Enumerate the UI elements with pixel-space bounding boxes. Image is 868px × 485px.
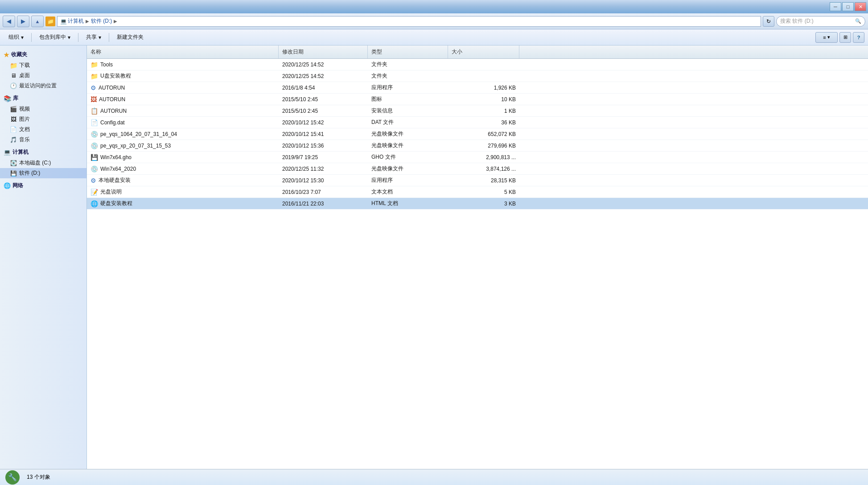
network-header[interactable]: 🌐 网络	[0, 180, 86, 191]
refresh-button[interactable]: ↻	[763, 16, 774, 27]
file-date-cell: 2020/10/12 15:30	[279, 177, 368, 184]
table-row[interactable]: 📄 Config.dat 2020/10/12 15:42 DAT 文件 36 …	[87, 117, 868, 128]
table-row[interactable]: 💾 Win7x64.gho 2019/9/7 19:25 GHO 文件 2,90…	[87, 152, 868, 163]
file-name-cell: 💿 pe_yqs_xp_20_07_31_15_53	[87, 142, 279, 149]
include-button[interactable]: 包含到库中 ▾	[34, 31, 75, 44]
search-box[interactable]: 搜索 软件 (D:) 🔍	[776, 16, 865, 27]
share-button[interactable]: 共享 ▾	[81, 31, 106, 44]
file-name-cell: 💾 Win7x64.gho	[87, 154, 279, 161]
file-date: 2019/9/7 19:25	[282, 154, 318, 160]
organize-button[interactable]: 组织 ▾	[4, 31, 29, 44]
table-row[interactable]: ⚙ 本地硬盘安装 2020/10/12 15:30 应用程序 28,315 KB	[87, 175, 868, 186]
sidebar-item-drive-c[interactable]: 💽 本地磁盘 (C:)	[0, 158, 86, 168]
file-type: GHO 文件	[371, 153, 396, 161]
desktop-icon: 🖥	[10, 72, 17, 79]
file-date-cell: 2015/5/10 2:45	[279, 108, 368, 114]
file-date: 2020/10/12 15:36	[282, 143, 324, 149]
table-row[interactable]: 📁 U盘安装教程 2020/12/25 14:52 文件夹	[87, 70, 868, 82]
up-button[interactable]: ▲	[31, 16, 44, 27]
library-header[interactable]: 📚 库	[0, 93, 86, 104]
col-header-type[interactable]: 类型	[368, 45, 448, 58]
library-icon: 📚	[4, 95, 11, 102]
file-name: 光盘说明	[100, 188, 122, 196]
current-folder-icon: 📁	[45, 16, 55, 26]
file-icon: 📄	[91, 119, 98, 126]
file-name-cell: 💿 Win7x64_2020	[87, 165, 279, 173]
col-header-size[interactable]: 大小	[448, 45, 519, 58]
computer-header[interactable]: 💻 计算机	[0, 147, 86, 158]
file-date: 2016/11/21 22:03	[282, 201, 324, 207]
file-name-cell: 📋 AUTORUN	[87, 107, 279, 115]
table-row[interactable]: ⚙ AUTORUN 2016/1/8 4:54 应用程序 1,926 KB	[87, 82, 868, 94]
table-row[interactable]: 💿 pe_yqs_xp_20_07_31_15_53 2020/10/12 15…	[87, 140, 868, 152]
file-size: 1 KB	[504, 108, 516, 114]
file-type-cell: 应用程序	[368, 84, 448, 91]
new-folder-label: 新建文件夹	[117, 33, 144, 41]
status-bar: 🔧 13 个对象	[0, 469, 868, 485]
file-date: 2020/12/25 14:52	[282, 73, 324, 79]
computer-section: 💻 计算机 💽 本地磁盘 (C:) 💾 软件 (D:)	[0, 147, 86, 178]
table-row[interactable]: 💿 Win7x64_2020 2020/12/25 11:32 光盘映像文件 3…	[87, 163, 868, 175]
file-size-cell: 1,926 KB	[448, 85, 519, 91]
table-row[interactable]: 💿 pe_yqs_1064_20_07_31_16_04 2020/10/12 …	[87, 128, 868, 140]
file-size-cell: 3,874,126 ...	[448, 166, 519, 172]
organize-label: 组织	[8, 33, 19, 41]
sidebar-item-recent[interactable]: 🕐 最近访问的位置	[0, 81, 86, 91]
help-button[interactable]: ?	[853, 32, 864, 43]
up-icon: ▲	[35, 19, 40, 24]
file-icon: 🌐	[91, 200, 98, 207]
favorites-header[interactable]: ★ 收藏夹	[0, 49, 86, 60]
computer-icon: 💻	[4, 149, 11, 156]
maximize-button[interactable]: □	[842, 2, 854, 11]
view-toggle-button[interactable]: ⊞	[839, 32, 851, 43]
col-header-date[interactable]: 修改日期	[279, 45, 368, 58]
address-path[interactable]: 💻 计算机 ▶ 软件 (D:) ▶	[57, 16, 761, 27]
table-row[interactable]: 📝 光盘说明 2016/10/23 7:07 文本文档 5 KB	[87, 186, 868, 198]
drive-c-icon: 💽	[10, 160, 17, 167]
file-size: 36 KB	[501, 119, 516, 126]
file-name: Win7x64_2020	[100, 166, 136, 172]
file-date-cell: 2015/5/10 2:45	[279, 96, 368, 103]
table-row[interactable]: 📁 Tools 2020/12/25 14:52 文件夹	[87, 59, 868, 70]
file-date-cell: 2020/12/25 14:52	[279, 73, 368, 79]
file-type-cell: 光盘映像文件	[368, 130, 448, 138]
sidebar-item-desktop[interactable]: 🖥 桌面	[0, 70, 86, 81]
address-right: ↻ 搜索 软件 (D:) 🔍	[763, 16, 865, 27]
network-section: 🌐 网络	[0, 180, 86, 191]
minimize-button[interactable]: ─	[830, 2, 841, 11]
favorites-section: ★ 收藏夹 📁 下载 🖥 桌面 🕐 最近访问的位置	[0, 49, 86, 91]
forward-button[interactable]: ▶	[17, 16, 29, 27]
file-type-cell: HTML 文档	[368, 200, 448, 207]
organize-arrow: ▾	[21, 34, 24, 41]
network-label: 网络	[12, 182, 23, 189]
sidebar-item-music[interactable]: 🎵 音乐	[0, 135, 86, 145]
sidebar-item-drive-d[interactable]: 💾 软件 (D:)	[0, 168, 86, 178]
new-folder-button[interactable]: 新建文件夹	[112, 31, 148, 44]
file-type: 应用程序	[371, 84, 393, 91]
search-placeholder: 搜索 软件 (D:)	[780, 17, 814, 25]
path-drive[interactable]: 软件 (D:)	[91, 17, 112, 25]
table-row[interactable]: 🖼 AUTORUN 2015/5/10 2:45 图标 10 KB	[87, 94, 868, 105]
file-type: 文件夹	[371, 61, 387, 68]
back-button[interactable]: ◀	[3, 16, 15, 27]
file-size: 1,926 KB	[494, 85, 516, 91]
sidebar-item-downloads[interactable]: 📁 下载	[0, 60, 86, 70]
close-button[interactable]: ✕	[855, 2, 866, 11]
file-name: 硬盘安装教程	[100, 200, 132, 207]
file-name-cell: 💿 pe_yqs_1064_20_07_31_16_04	[87, 131, 279, 138]
table-row[interactable]: 📋 AUTORUN 2015/5/10 2:45 安装信息 1 KB	[87, 105, 868, 117]
path-sep-2: ▶	[114, 19, 117, 24]
col-header-name[interactable]: 名称	[87, 45, 279, 58]
table-row[interactable]: 🌐 硬盘安装教程 2016/11/21 22:03 HTML 文档 3 KB	[87, 198, 868, 210]
file-name-cell: 📁 Tools	[87, 61, 279, 68]
sidebar-item-video[interactable]: 🎬 视频	[0, 104, 86, 114]
file-type-cell: 图标	[368, 95, 448, 103]
sidebar-item-docs[interactable]: 📄 文档	[0, 124, 86, 135]
downloads-label: 下载	[19, 62, 30, 69]
path-computer[interactable]: 💻 计算机	[60, 17, 84, 25]
refresh-icon: ↻	[766, 18, 771, 25]
view-dropdown-button[interactable]: ≡ ▾	[815, 32, 838, 43]
file-name-cell: 🖼 AUTORUN	[87, 96, 279, 103]
sidebar-item-pictures[interactable]: 🖼 图片	[0, 114, 86, 124]
file-date: 2016/10/23 7:07	[282, 189, 321, 195]
